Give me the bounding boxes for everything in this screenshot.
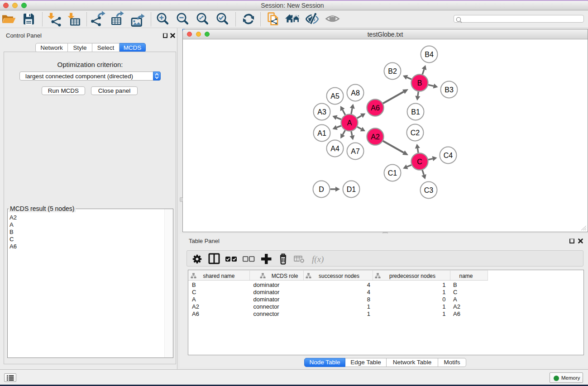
svg-text:B2: B2: [388, 67, 397, 75]
svg-text:C4: C4: [444, 152, 453, 159]
svg-text:A4: A4: [330, 145, 339, 152]
svg-text:C1: C1: [388, 169, 397, 177]
svg-text:A6: A6: [371, 104, 380, 112]
svg-text:f(x): f(x): [312, 254, 324, 264]
svg-text:D: D: [319, 186, 324, 193]
svg-text:C: C: [417, 158, 422, 166]
svg-text:B4: B4: [425, 51, 434, 58]
svg-text:A5: A5: [330, 92, 339, 100]
svg-text:A3: A3: [317, 108, 326, 116]
svg-text:A: A: [347, 119, 352, 127]
svg-text:A2: A2: [371, 133, 380, 141]
svg-text:B1: B1: [411, 108, 420, 116]
svg-text:A1: A1: [317, 129, 326, 137]
svg-text:C3: C3: [424, 186, 434, 194]
svg-text:A8: A8: [351, 89, 360, 97]
svg-text:C2: C2: [411, 129, 420, 137]
svg-text:D1: D1: [347, 186, 356, 193]
svg-text:B3: B3: [445, 86, 454, 94]
svg-text:A7: A7: [351, 148, 360, 155]
svg-text:B: B: [417, 79, 422, 87]
